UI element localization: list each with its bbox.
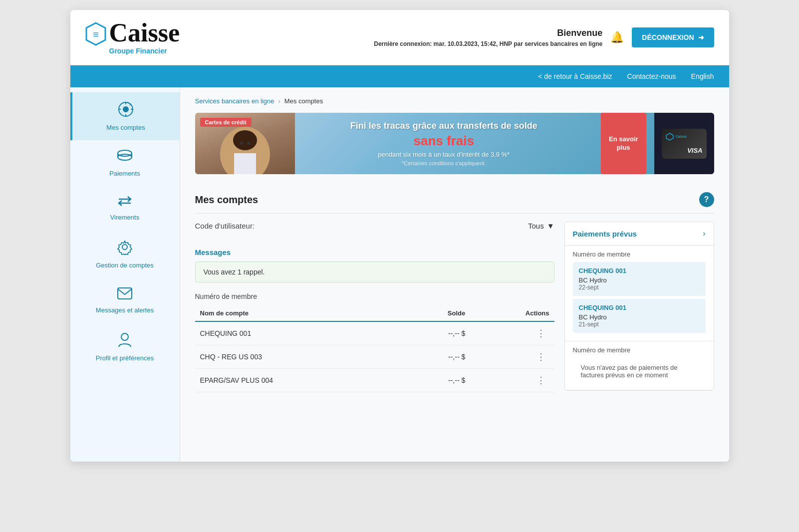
sidebar-item-messages[interactable]: Messages et alertes (70, 278, 180, 323)
user-code-row: Code d'utilisateur: Tous ▼ (195, 222, 554, 238)
section-title: Mes comptes (195, 194, 259, 206)
table-row: CHEQUING 001 --,-- $ ⋮ (195, 321, 554, 345)
three-dots-icon-1[interactable]: ⋮ (533, 326, 549, 340)
nav-contact-link[interactable]: Contactez-nous (627, 72, 676, 80)
member-label-2: Numéro de membre (573, 346, 706, 354)
sidebar-label-virements: Virements (110, 214, 139, 221)
balance-1: --,-- $ (402, 321, 471, 345)
banner-tag: Cartes de crédit (200, 118, 252, 127)
dropdown-arrow-icon: ▼ (547, 222, 554, 230)
payment-name-2: BC Hydro (579, 313, 700, 321)
banner-title: Fini les tracas grâce aux transferts de … (350, 121, 537, 131)
mes-comptes-icon (118, 101, 134, 121)
sidebar-item-paiements[interactable]: Paiements (70, 140, 180, 186)
paiements-icon (117, 149, 133, 167)
three-dots-icon-2[interactable]: ⋮ (533, 350, 549, 364)
last-login-label: Dernière connexion: (374, 40, 432, 47)
svg-point-10 (118, 154, 132, 160)
nav-english-link[interactable]: English (691, 72, 714, 80)
tous-label: Tous (528, 222, 544, 230)
banner-subtitle: pendant six mois à un taux d'intérêt de … (378, 151, 510, 158)
account-name-2[interactable]: CHQ - REG US 003 (195, 345, 402, 369)
right-panel-empty-text: Vous n'avez pas de paiements de factures… (573, 358, 706, 385)
member-label-1: Numéro de membre (573, 251, 706, 258)
breadcrumb: Services bancaires en ligne › Mes compte… (195, 97, 714, 105)
svg-rect-21 (234, 153, 256, 174)
balance-2: --,-- $ (402, 345, 471, 369)
svg-rect-16 (118, 288, 132, 299)
section-header: Mes comptes ? (195, 184, 714, 214)
virements-icon (117, 195, 133, 211)
right-panel-section-2: Numéro de membre Vous n'avez pas de paie… (565, 341, 714, 390)
accounts-table: Nom de compte Solde Actions CHEQUING 001… (195, 305, 554, 392)
banner-highlight: sans frais (414, 133, 474, 149)
sidebar: Mes comptes Paiements (70, 87, 180, 462)
messages-section: Messages Vous avez 1 rappel. (195, 248, 554, 282)
sidebar-label-mes-comptes: Mes comptes (106, 124, 145, 131)
logo-subtitle: Groupe Financier (109, 47, 180, 55)
table-row: EPARG/SAV PLUS 004 --,-- $ ⋮ (195, 369, 554, 392)
banner-en-savoir-button[interactable]: En savoirplus (601, 113, 646, 174)
payment-item-2: CHEQUING 001 BC Hydro 21-sept (573, 299, 706, 333)
gestion-icon (117, 239, 133, 259)
actions-1: ⋮ (470, 321, 554, 345)
banner-note: *Certaines conditions s'appliquent. (402, 160, 486, 166)
right-panel-header[interactable]: Paiements prévus › (565, 222, 714, 246)
sidebar-label-profil: Profil et préférences (96, 354, 154, 362)
three-dots-icon-3[interactable]: ⋮ (533, 373, 549, 387)
payment-account-2: CHEQUING 001 (579, 304, 700, 311)
account-name-3[interactable]: EPARG/SAV PLUS 004 (195, 369, 402, 392)
messages-title: Messages (195, 248, 554, 257)
sidebar-item-virements[interactable]: Virements (70, 186, 180, 230)
svg-point-15 (122, 245, 127, 250)
nav-retour-link[interactable]: < de retour à Caisse.biz (538, 72, 612, 80)
promo-banner: Cartes de crédit Fini les (195, 113, 714, 174)
table-row: CHQ - REG US 003 --,-- $ ⋮ (195, 345, 554, 369)
sidebar-item-mes-comptes[interactable]: Mes comptes (70, 92, 180, 140)
deconnexion-button[interactable]: DÉCONNEXION ➜ (632, 27, 714, 47)
deconnexion-label: DÉCONNEXION (642, 33, 694, 41)
messages-icon (117, 287, 133, 303)
actions-2: ⋮ (470, 345, 554, 369)
right-panel-section-1: Numéro de membre CHEQUING 001 BC Hydro 2… (565, 246, 714, 341)
breadcrumb-current: Mes comptes (284, 97, 323, 105)
account-name-1[interactable]: CHEQUING 001 (195, 321, 402, 345)
chevron-right-icon: › (703, 229, 705, 238)
logo-main: Caisse (109, 20, 180, 46)
sidebar-item-gestion[interactable]: Gestion de comptes (70, 230, 180, 278)
main-content: Services bancaires en ligne › Mes compte… (180, 87, 729, 462)
message-box: Vous avez 1 rappel. (195, 262, 554, 282)
breadcrumb-sep: › (278, 97, 280, 105)
payment-item-1: CHEQUING 001 BC Hydro 22-sept (573, 262, 706, 296)
sidebar-label-messages: Messages et alertes (96, 306, 154, 314)
col-header-solde: Solde (402, 305, 471, 321)
sidebar-item-profil[interactable]: Profil et préférences (70, 323, 180, 371)
visa-card: Caisse VISA (662, 129, 707, 159)
svg-point-17 (121, 333, 128, 340)
right-panel-title: Paiements prévus (573, 230, 637, 238)
right-panel: Paiements prévus › Numéro de membre CHEQ… (564, 222, 714, 391)
breadcrumb-link1[interactable]: Services bancaires en ligne (195, 97, 274, 105)
svg-marker-24 (666, 133, 673, 140)
notification-bell-icon[interactable]: 🔔 (610, 31, 624, 44)
payment-name-1: BC Hydro (579, 276, 700, 284)
payment-account-1: CHEQUING 001 (579, 267, 700, 274)
user-code-label: Code d'utilisateur: (195, 222, 255, 230)
profil-icon (118, 332, 132, 351)
sidebar-label-paiements: Paiements (109, 170, 140, 177)
svg-point-23 (247, 142, 250, 145)
svg-point-3 (123, 106, 129, 112)
col-header-actions: Actions (470, 305, 554, 321)
svg-text:≡: ≡ (93, 29, 99, 40)
banner-content: Fini les tracas grâce aux transferts de … (295, 113, 593, 174)
last-login-value: mar. 10.03.2023, 15:42, HNP par services… (434, 40, 603, 47)
logo-icon: ≡ (85, 22, 106, 48)
right-column: Paiements prévus › Numéro de membre CHEQ… (564, 222, 714, 392)
tous-dropdown[interactable]: Tous ▼ (528, 222, 554, 230)
balance-3: --,-- $ (402, 369, 471, 392)
last-login-info: Dernière connexion: mar. 10.03.2023, 15:… (374, 40, 602, 47)
left-column: Code d'utilisateur: Tous ▼ Messages Vous… (195, 222, 554, 392)
help-icon[interactable]: ? (699, 192, 714, 207)
member-label: Numéro de membre (195, 292, 554, 300)
message-text: Vous avez 1 rappel. (204, 268, 265, 276)
